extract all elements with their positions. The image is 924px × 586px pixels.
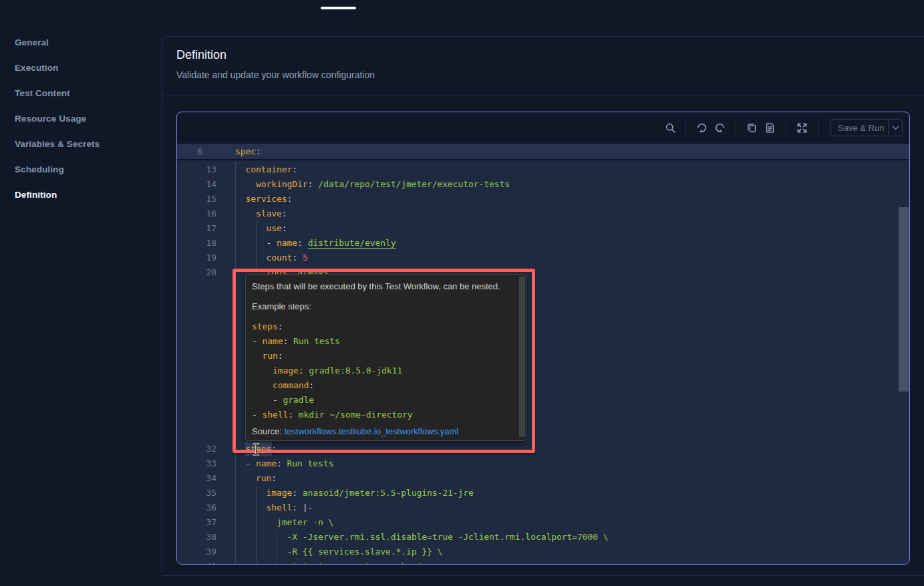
line-number: 35 xyxy=(177,486,216,500)
code-line-37[interactable]: 37 jmeter -n \ xyxy=(177,515,909,530)
code-line-19[interactable]: 19 count: 5 xyxy=(177,251,909,265)
line-number: 15 xyxy=(177,192,216,206)
line-number: 16 xyxy=(177,206,216,221)
sidebar-item-execution[interactable]: Execution xyxy=(15,63,58,73)
line-number: 33 xyxy=(177,456,216,471)
code-line-15[interactable]: 15 services: xyxy=(177,192,909,206)
line-number: 40 xyxy=(177,559,216,565)
sticky-line-number: 6 xyxy=(177,144,202,159)
line-number: 13 xyxy=(177,162,216,177)
line-number: 20 xyxy=(177,265,216,280)
code-line-36[interactable]: 36 shell: |- xyxy=(177,500,909,515)
annotation-rectangle xyxy=(233,269,535,453)
document-icon[interactable] xyxy=(764,122,776,134)
code-line-40[interactable]: 40 -t jmeter-executor-smoke.jmx xyxy=(177,559,909,565)
code-line-14[interactable]: 14 workingDir: /data/repo/test/jmeter/ex… xyxy=(177,177,909,192)
panel-header: Definition Validate and update your work… xyxy=(162,37,924,96)
sticky-line-content: spec: xyxy=(235,144,261,159)
search-icon[interactable] xyxy=(665,122,676,134)
sidebar-item-scheduling[interactable]: Scheduling xyxy=(15,164,64,174)
line-number: 17 xyxy=(177,221,216,236)
code-line-33[interactable]: 33 - name: Run tests xyxy=(177,456,909,471)
undo-icon[interactable] xyxy=(696,122,708,134)
toolbar-separator xyxy=(736,123,736,133)
line-number: 34 xyxy=(177,471,216,486)
editor-toolbar: Save & Run xyxy=(177,112,909,144)
line-number: 37 xyxy=(177,515,216,530)
sidebar-item-general[interactable]: General xyxy=(15,37,49,47)
sidebar-item-test-content[interactable]: Test Content xyxy=(15,88,70,98)
redo-icon[interactable] xyxy=(714,122,726,134)
line-number: 14 xyxy=(177,177,216,192)
settings-sidebar: GeneralExecutionTest ContentResource Usa… xyxy=(0,0,162,586)
sidebar-item-definition[interactable]: Definition xyxy=(15,190,57,200)
fullscreen-icon[interactable] xyxy=(796,122,808,134)
code-line-17[interactable]: 17 use: xyxy=(177,221,909,236)
line-number: 19 xyxy=(177,251,216,265)
code-line-35[interactable]: 35 image: anasoid/jmeter:5.5-plugins-21-… xyxy=(177,486,909,500)
copy-icon[interactable] xyxy=(746,122,758,134)
code-line-39[interactable]: 39 -R {{ services.slave.*.ip }} \ xyxy=(177,545,909,559)
editor-scrollbar[interactable] xyxy=(899,207,909,392)
active-tab-indicator[interactable] xyxy=(321,7,356,9)
code-line-16[interactable]: 16 slave: xyxy=(177,206,909,221)
panel-subtitle: Validate and update your workflow config… xyxy=(176,69,375,80)
code-line-13[interactable]: 13 container: xyxy=(177,162,909,177)
code-line-18[interactable]: 18 - name: distribute/evenly xyxy=(177,236,909,251)
code-line-38[interactable]: 38 -X -Jserver.rmi.ssl.disable=true -Jcl… xyxy=(177,530,909,545)
toolbar-separator xyxy=(786,123,786,133)
sidebar-item-resource-usage[interactable]: Resource Usage xyxy=(15,114,86,124)
sticky-line: 6 spec: xyxy=(177,144,909,160)
chevron-down-icon[interactable] xyxy=(889,126,902,130)
panel-title: Definition xyxy=(176,48,226,62)
ibeam-cursor-icon xyxy=(252,442,261,456)
line-number: 18 xyxy=(177,236,216,251)
toolbar-separator xyxy=(818,123,818,133)
line-number: 39 xyxy=(177,545,216,559)
code-line-34[interactable]: 34 run: xyxy=(177,471,909,486)
line-number: 38 xyxy=(177,530,216,545)
save-and-run-button[interactable]: Save & Run xyxy=(830,119,903,136)
line-number: 36 xyxy=(177,500,216,515)
line-number: 32 xyxy=(177,442,216,456)
toolbar-separator xyxy=(685,123,685,133)
sidebar-item-variables-secrets[interactable]: Variables & Secrets xyxy=(15,139,100,149)
save-and-run-label: Save & Run xyxy=(831,123,888,133)
